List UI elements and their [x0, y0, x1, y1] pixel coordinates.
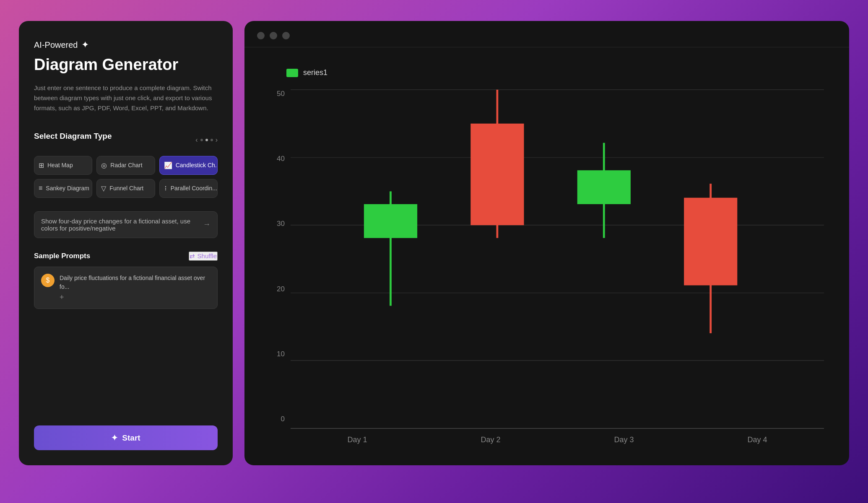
- sample-prompts-header: Sample Prompts ⇄ Shuffle: [34, 252, 218, 261]
- parallel-label: Parallel Coordin...: [171, 185, 217, 192]
- diagram-type-header: Select Diagram Type ‹ ›: [34, 132, 218, 148]
- sankey-icon: ≡: [39, 184, 42, 192]
- chart-divider: [244, 47, 849, 47]
- prompt-card-icon: $: [41, 274, 55, 287]
- prompt-card-text: Daily price fluctuations for a fictional…: [60, 274, 211, 291]
- diagram-btn-radar[interactable]: ◎ Radar Chart: [96, 156, 155, 175]
- window-controls: [244, 21, 849, 47]
- legend-color-swatch: [286, 69, 298, 77]
- diagram-btn-sankey[interactable]: ≡ Sankey Diagram: [34, 179, 92, 198]
- window-dot-1: [257, 32, 265, 39]
- y-label-10: 10: [270, 350, 291, 358]
- heat-map-icon: ⊞: [39, 161, 44, 169]
- sankey-label: Sankey Diagram: [46, 185, 89, 192]
- diagram-btn-heat-map[interactable]: ⊞ Heat Map: [34, 156, 92, 175]
- y-label-30: 30: [270, 220, 291, 228]
- shuffle-button[interactable]: ⇄ Shuffle: [189, 252, 218, 261]
- funnel-icon: ▽: [101, 184, 106, 192]
- y-axis: 0 10 20 30 40 50: [270, 90, 291, 444]
- y-label-20: 20: [270, 285, 291, 293]
- radar-icon: ◎: [101, 161, 107, 169]
- heat-map-label: Heat Map: [47, 162, 73, 169]
- nav-dots-area: ‹ ›: [195, 136, 218, 144]
- diagram-generator-title: Diagram Generator: [34, 56, 218, 74]
- right-panel: series1 0 10 20 30 40 50: [244, 21, 849, 465]
- start-star-icon: ✦: [111, 433, 118, 443]
- prompt-card-more: +: [60, 293, 211, 302]
- description-text: Just enter one sentence to produce a com…: [34, 83, 218, 113]
- prompt-card-content: Daily price fluctuations for a fictional…: [60, 274, 211, 302]
- sample-prompts-section: Sample Prompts ⇄ Shuffle $ Daily price f…: [34, 252, 218, 450]
- left-panel: AI-Powered ✦ Diagram Generator Just ente…: [19, 21, 233, 465]
- funnel-label: Funnel Chart: [109, 185, 143, 192]
- svg-rect-11: [577, 170, 631, 204]
- parallel-icon: ⫶: [164, 184, 167, 192]
- prompt-card[interactable]: $ Daily price fluctuations for a fiction…: [34, 267, 218, 309]
- chart-plot: [291, 90, 824, 429]
- chart-inner: Day 1 Day 2 Day 3 Day 4: [291, 90, 824, 444]
- diagram-btn-candlestick[interactable]: 📈 Candlestick Ch...: [159, 156, 218, 175]
- y-label-50: 50: [270, 90, 291, 98]
- chart-legend: series1: [270, 68, 824, 77]
- diagram-btn-parallel[interactable]: ⫶ Parallel Coordin...: [159, 179, 218, 198]
- ai-powered-label: AI-Powered ✦: [34, 39, 218, 50]
- chart-area: series1 0 10 20 30 40 50: [244, 56, 849, 465]
- x-label-day4: Day 4: [747, 436, 767, 444]
- diagram-type-grid: ⊞ Heat Map ◎ Radar Chart 📈 Candlestick C…: [34, 156, 218, 198]
- sparkle-icon: ✦: [81, 39, 89, 50]
- candlestick-chart-svg: [291, 90, 824, 428]
- window-dot-3: [282, 32, 290, 39]
- select-diagram-label: Select Diagram Type: [34, 132, 112, 141]
- x-label-day1: Day 1: [347, 436, 367, 444]
- sample-prompts-label: Sample Prompts: [34, 252, 90, 260]
- prompt-submit-arrow[interactable]: →: [203, 220, 211, 229]
- x-label-day2: Day 2: [481, 436, 500, 444]
- svg-rect-7: [364, 204, 417, 238]
- chart-body: 0 10 20 30 40 50: [270, 90, 824, 444]
- ai-powered-text: AI-Powered: [34, 40, 78, 50]
- start-button[interactable]: ✦ Start: [34, 425, 218, 450]
- app-container: AI-Powered ✦ Diagram Generator Just ente…: [19, 21, 849, 482]
- candlestick-label: Candlestick Ch...: [176, 162, 218, 169]
- nav-next-arrow[interactable]: ›: [216, 136, 218, 144]
- prompt-input-area[interactable]: Show four-day price changes for a fictio…: [34, 211, 218, 238]
- candlestick-icon: 📈: [164, 161, 172, 169]
- svg-rect-9: [470, 124, 524, 225]
- x-axis: Day 1 Day 2 Day 3 Day 4: [291, 429, 824, 444]
- x-label-day3: Day 3: [614, 436, 634, 444]
- nav-dot-1: [200, 139, 203, 141]
- nav-dot-3: [211, 139, 213, 141]
- y-label-0: 0: [270, 415, 291, 423]
- diagram-btn-funnel[interactable]: ▽ Funnel Chart: [96, 179, 155, 198]
- y-label-40: 40: [270, 155, 291, 163]
- nav-prev-arrow[interactable]: ‹: [195, 136, 198, 144]
- start-label: Start: [122, 433, 140, 443]
- svg-rect-13: [684, 198, 737, 285]
- shuffle-label: Shuffle: [198, 252, 217, 259]
- shuffle-icon: ⇄: [190, 252, 195, 260]
- window-dot-2: [270, 32, 277, 39]
- legend-label: series1: [303, 68, 327, 77]
- nav-dot-2: [205, 139, 208, 141]
- radar-label: Radar Chart: [110, 162, 142, 169]
- prompt-input-text: Show four-day price changes for a fictio…: [41, 218, 199, 232]
